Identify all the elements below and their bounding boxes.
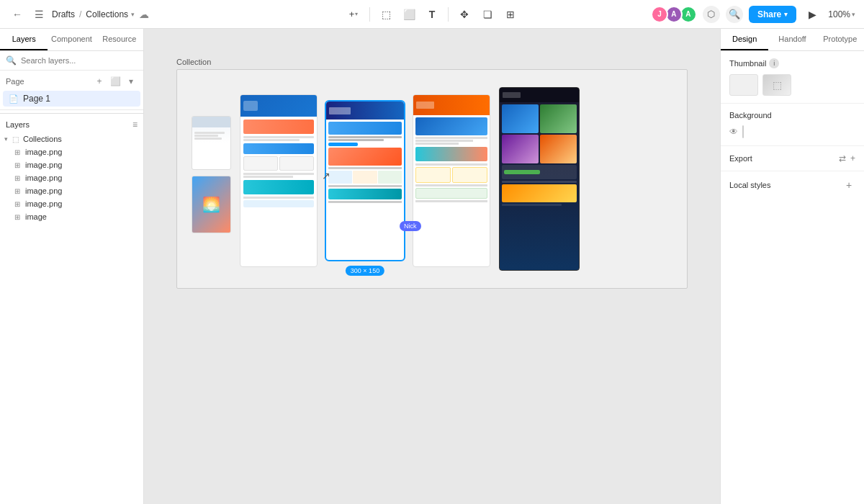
- export-settings-icon[interactable]: ⇄: [839, 153, 846, 163]
- page-options-button[interactable]: ⬜: [109, 75, 122, 88]
- tab-component[interactable]: Component: [48, 29, 95, 50]
- toolbar-sep-1: [369, 7, 370, 22]
- search-icon: 🔍: [6, 55, 17, 66]
- export-actions: ⇄ +: [839, 153, 855, 163]
- search-bar: 🔍: [0, 51, 143, 71]
- nick-badge: Nick: [400, 221, 421, 231]
- layer-image-5[interactable]: ⊞ image.png: [0, 197, 143, 210]
- layer-image-2[interactable]: ⊞ image.png: [0, 158, 143, 171]
- right-panel-tabs: Design Handoff Prototype: [721, 29, 864, 51]
- visibility-icon[interactable]: 👁: [729, 127, 738, 137]
- breadcrumb-sep: /: [79, 9, 81, 19]
- add-page-button[interactable]: +: [93, 75, 106, 88]
- tab-prototype[interactable]: Prototype: [816, 29, 864, 50]
- image-icon-6: ⊞: [14, 213, 20, 221]
- local-styles-label: Local styles: [729, 181, 770, 189]
- tab-layers[interactable]: Layers: [0, 29, 48, 50]
- page-collapse-button[interactable]: ▾: [125, 75, 138, 88]
- shape-tool-button[interactable]: ⬜: [399, 4, 419, 24]
- play-button[interactable]: ▶: [802, 4, 822, 24]
- text-tool-button[interactable]: T: [422, 4, 442, 24]
- search-button[interactable]: 🔍: [726, 6, 743, 23]
- screen-orange[interactable]: [413, 94, 490, 267]
- topbar-right: J A A ⬡ 🔍 Share ▾ ▶ 100% ▾: [651, 4, 855, 24]
- background-title: Background: [729, 111, 855, 120]
- zoom-arrow: ▾: [852, 11, 855, 18]
- toolbar-center: + ▾ ⬚ ⬜ T ✥ ❏ ⊞: [343, 4, 521, 24]
- thumbnail-preview: ⬚: [729, 74, 855, 96]
- layer-image-6[interactable]: ⊞ image: [0, 210, 143, 223]
- add-tool-button[interactable]: + ▾: [343, 4, 364, 24]
- move-tool-button[interactable]: ✥: [454, 4, 474, 24]
- panel-divider: [0, 109, 143, 110]
- screen-medium-1[interactable]: [240, 94, 318, 267]
- size-badge: 300 × 150: [346, 266, 384, 276]
- page-section-title: Page: [6, 77, 24, 86]
- bg-opacity-input[interactable]: 100: [858, 127, 864, 136]
- frame-tool-button[interactable]: ⬚: [376, 4, 396, 24]
- topbar: ← ☰ Drafts / Collections ▾ ☁ + ▾ ⬚ ⬜ T ✥…: [0, 0, 864, 29]
- page-section-actions: + ⬜ ▾: [93, 75, 138, 88]
- mockup-grid: 🌅: [192, 87, 672, 271]
- layer-image-1[interactable]: ⊞ image.png: [0, 145, 143, 158]
- frame-container: Collection �: [176, 58, 688, 289]
- image-icon-3: ⊞: [14, 174, 20, 182]
- left-panel: Layers Component Resource 🔍 Page + ⬜ ▾ 📄…: [0, 29, 144, 504]
- thumbnail-title: Thumbnail i: [729, 58, 855, 68]
- local-styles-section: Local styles +: [721, 171, 864, 199]
- screen-selected[interactable]: [326, 102, 404, 260]
- layers-section-title: Layers: [6, 120, 30, 129]
- back-button[interactable]: ←: [9, 6, 26, 23]
- zoom-control[interactable]: 100% ▾: [828, 9, 855, 19]
- thumbnail-info-icon[interactable]: i: [769, 58, 779, 68]
- canvas[interactable]: Collection �: [144, 29, 720, 504]
- tab-handoff[interactable]: Handoff: [768, 29, 816, 50]
- thumbnail-box-2: ⬚: [762, 74, 791, 96]
- bg-color-swatch[interactable]: [742, 125, 744, 138]
- page-item-1[interactable]: 📄 Page 1: [3, 91, 140, 107]
- share-button[interactable]: Share ▾: [749, 6, 796, 23]
- layer-collections-label: Collections: [23, 135, 62, 143]
- screen-small-2[interactable]: 🌅: [192, 176, 231, 233]
- screen-orange-container: Nick: [413, 87, 490, 267]
- tab-design[interactable]: Design: [721, 29, 768, 50]
- layer-image-4[interactable]: ⊞ image.png: [0, 184, 143, 197]
- avatars-group: J A A: [651, 6, 697, 23]
- frame: 🌅: [176, 69, 688, 289]
- image-icon-4: ⊞: [14, 187, 20, 195]
- bg-color-row: 👁 EFEFEF 100 %: [729, 125, 855, 138]
- breadcrumb-drafts[interactable]: Drafts: [52, 9, 75, 19]
- search-input[interactable]: [21, 56, 138, 65]
- right-panel: Design Handoff Prototype Thumbnail i ⬚ B…: [720, 29, 864, 504]
- page-label: Page 1: [23, 94, 50, 104]
- screen-dark[interactable]: [499, 87, 580, 271]
- bg-hex-input[interactable]: EFEFEF: [748, 127, 854, 137]
- screen-pair-small: 🌅: [192, 116, 231, 233]
- cloud-icon: ☁: [139, 9, 149, 20]
- expand-icon: ▾: [4, 135, 8, 143]
- topbar-left: ← ☰ Drafts / Collections ▾ ☁: [9, 6, 645, 23]
- export-section: Export ⇄ +: [721, 146, 864, 171]
- breadcrumb-current[interactable]: Collections ▾: [86, 9, 135, 19]
- frame-icon: ⬚: [12, 135, 19, 143]
- thumbnail-box-1: [729, 74, 758, 96]
- tab-resource[interactable]: Resource: [96, 29, 143, 50]
- image-icon-1: ⊞: [14, 148, 20, 156]
- image-icon-5: ⊞: [14, 200, 20, 208]
- frame-label: Collection: [176, 58, 688, 66]
- export-title: Export: [729, 154, 752, 163]
- layers-section-header: Layers ≡: [0, 113, 143, 132]
- menu-button[interactable]: ☰: [30, 6, 48, 23]
- components-tool-button[interactable]: ❏: [477, 4, 498, 24]
- layers-options-button[interactable]: ≡: [132, 120, 138, 130]
- plugins-button[interactable]: ⬡: [703, 6, 720, 23]
- local-styles-add-button[interactable]: +: [842, 179, 855, 192]
- layer-collections-group[interactable]: ▾ ⬚ Collections: [0, 132, 143, 145]
- page-icon: 📄: [9, 94, 19, 104]
- thumbnail-section: Thumbnail i ⬚: [721, 51, 864, 104]
- grid-tool-button[interactable]: ⊞: [500, 4, 521, 24]
- export-add-icon[interactable]: +: [850, 153, 855, 163]
- breadcrumb: Drafts / Collections ▾: [52, 9, 135, 19]
- screen-small-1[interactable]: [192, 116, 231, 170]
- layer-image-3[interactable]: ⊞ image.png: [0, 171, 143, 184]
